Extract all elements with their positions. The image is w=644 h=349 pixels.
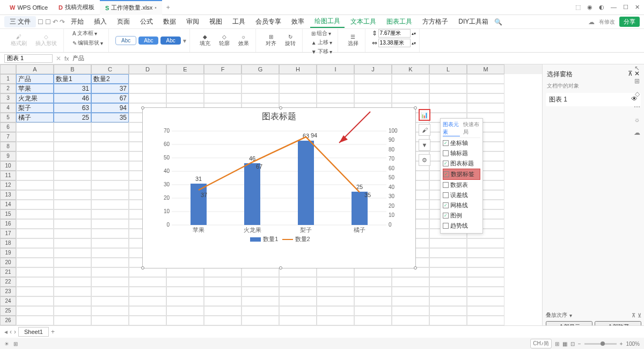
cell[interactable] xyxy=(317,267,354,277)
cell[interactable] xyxy=(54,200,91,209)
cell[interactable] xyxy=(129,277,166,287)
cell[interactable] xyxy=(241,306,279,316)
reorder-down[interactable]: ⊻ xyxy=(638,312,641,318)
row-header[interactable]: 9 xyxy=(0,151,16,161)
row-header[interactable]: 26 xyxy=(0,316,16,325)
cell[interactable] xyxy=(91,190,129,200)
checkbox[interactable] xyxy=(443,192,449,198)
cell[interactable] xyxy=(204,84,241,93)
cell[interactable] xyxy=(16,248,54,258)
cell[interactable] xyxy=(241,296,279,306)
sheet-nav-first[interactable]: ◂ xyxy=(4,328,8,336)
row-header[interactable]: 22 xyxy=(0,277,16,287)
row-header[interactable]: 3 xyxy=(0,93,16,103)
cell[interactable] xyxy=(317,306,354,316)
checkbox[interactable] xyxy=(443,150,449,156)
col-header[interactable]: K xyxy=(392,64,429,74)
cloud-icon[interactable]: ☁ xyxy=(588,18,595,26)
cell[interactable] xyxy=(91,238,129,248)
cell[interactable] xyxy=(204,74,241,84)
cell[interactable] xyxy=(392,74,429,84)
row-header[interactable]: 19 xyxy=(0,248,16,258)
cell[interactable] xyxy=(467,258,504,267)
cell[interactable] xyxy=(467,248,504,258)
cell[interactable] xyxy=(241,316,279,325)
side-shape-icon[interactable]: ◇ xyxy=(635,90,640,98)
chart-plot-area[interactable]: 01020 304050 6070 01020 304050 607080 90… xyxy=(156,126,402,233)
menu-fangfang[interactable]: 方方格子 xyxy=(418,16,452,27)
cell[interactable] xyxy=(279,306,317,316)
cell[interactable] xyxy=(392,277,429,287)
row-header[interactable]: 1 xyxy=(0,74,16,84)
cell[interactable] xyxy=(429,316,467,325)
height-input[interactable] xyxy=(378,29,411,38)
cell[interactable] xyxy=(317,74,354,84)
format-brush-button[interactable]: 🖌格式刷 xyxy=(8,33,30,48)
row-header[interactable]: 18 xyxy=(0,238,16,248)
col-header[interactable]: C xyxy=(91,64,129,74)
stack-dropdown[interactable]: ▾ xyxy=(569,312,572,318)
cell[interactable] xyxy=(54,161,91,171)
toolbar-icon-1[interactable]: ☐ xyxy=(38,18,43,26)
checkbox[interactable] xyxy=(443,182,449,188)
cell[interactable] xyxy=(54,190,91,200)
cell[interactable] xyxy=(204,93,241,103)
outline-button[interactable]: ◇轮廓 xyxy=(216,33,233,48)
cell[interactable] xyxy=(467,316,504,325)
textbox-button[interactable]: A 文本框 ▾ xyxy=(70,29,99,38)
redo-icon[interactable]: ↷ xyxy=(60,18,65,26)
cell[interactable] xyxy=(429,258,467,267)
cell[interactable] xyxy=(279,84,317,93)
row-header[interactable]: 14 xyxy=(0,200,16,209)
cell[interactable] xyxy=(467,306,504,316)
cell[interactable] xyxy=(16,171,54,180)
cell[interactable] xyxy=(204,316,241,325)
side-cloud-icon[interactable]: ☁ xyxy=(634,129,640,136)
cell[interactable] xyxy=(54,219,91,229)
cell[interactable] xyxy=(392,287,429,296)
cell[interactable] xyxy=(91,142,129,151)
zoom-out-button[interactable]: − xyxy=(578,341,581,347)
cell[interactable] xyxy=(204,287,241,296)
chart-element-option[interactable]: 数据表 xyxy=(443,180,480,190)
cell[interactable] xyxy=(279,277,317,287)
cell[interactable] xyxy=(91,306,129,316)
cell[interactable] xyxy=(16,142,54,151)
chart-element-option[interactable]: 坐标轴 xyxy=(443,138,480,148)
chart-settings-button[interactable]: ⚙ xyxy=(419,154,430,166)
row-header[interactable]: 13 xyxy=(0,190,16,200)
cell[interactable] xyxy=(392,306,429,316)
cell[interactable] xyxy=(129,296,166,306)
cell[interactable] xyxy=(91,258,129,267)
cell[interactable] xyxy=(91,209,129,219)
cell[interactable] xyxy=(317,84,354,93)
zoom-in-button[interactable]: + xyxy=(620,341,623,347)
cell[interactable] xyxy=(54,229,91,238)
cell[interactable] xyxy=(129,287,166,296)
col-header[interactable]: F xyxy=(204,64,241,74)
cell[interactable] xyxy=(429,267,467,277)
cell[interactable] xyxy=(429,287,467,296)
cell[interactable]: 橘子 xyxy=(16,113,54,122)
chart-element-option[interactable]: 数据标签 xyxy=(443,169,480,180)
row-header[interactable]: 17 xyxy=(0,229,16,238)
cell[interactable] xyxy=(429,84,467,93)
cell[interactable] xyxy=(429,296,467,306)
cell[interactable] xyxy=(354,277,392,287)
cell[interactable] xyxy=(354,287,392,296)
cell[interactable] xyxy=(16,161,54,171)
cell[interactable] xyxy=(317,287,354,296)
cell[interactable]: 数量1 xyxy=(54,74,91,84)
cell[interactable] xyxy=(166,296,204,306)
row-header[interactable]: 4 xyxy=(0,103,16,113)
menu-efficiency[interactable]: 效率 xyxy=(287,16,309,27)
chart-element-option[interactable]: 趋势线 xyxy=(443,221,480,231)
cell[interactable] xyxy=(16,209,54,219)
cell[interactable] xyxy=(16,267,54,277)
cell[interactable] xyxy=(91,229,129,238)
chart-element-option[interactable]: 图表标题 xyxy=(443,158,480,169)
menu-insert[interactable]: 插入 xyxy=(90,16,111,27)
cell[interactable] xyxy=(204,267,241,277)
template-tab[interactable]: D 找稿壳模板 xyxy=(53,0,100,15)
cell[interactable] xyxy=(166,306,204,316)
